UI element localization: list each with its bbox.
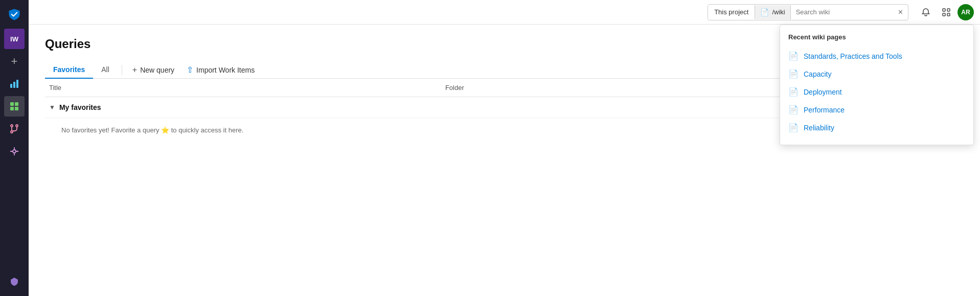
doc-icon-4: 📄 <box>788 123 799 132</box>
sidebar-item-repos[interactable] <box>4 119 25 139</box>
topbar-icons: AR <box>917 3 974 21</box>
app-logo[interactable] <box>4 4 25 25</box>
svg-rect-3 <box>10 102 14 106</box>
sidebar-item-pipelines[interactable] <box>4 141 25 162</box>
wiki-item-3[interactable]: 📄 Performance <box>780 101 973 119</box>
doc-icon-3: 📄 <box>788 105 799 115</box>
user-avatar[interactable]: AR <box>958 4 974 20</box>
doc-icon-0: 📄 <box>788 51 799 61</box>
tab-divider <box>122 65 122 75</box>
search-container: This project 📄 /wiki × <box>708 4 908 20</box>
settings-button[interactable] <box>937 3 955 21</box>
wiki-item-label-3: Performance <box>804 106 845 114</box>
doc-icon-1: 📄 <box>788 69 799 79</box>
svg-rect-13 <box>943 13 945 16</box>
import-work-items-button[interactable]: ⇧ Import Work Items <box>180 62 261 78</box>
svg-rect-14 <box>947 13 950 16</box>
sidebar-item-artifacts[interactable] <box>4 271 25 292</box>
tab-all[interactable]: All <box>93 61 118 79</box>
sidebar-item-overview[interactable] <box>4 74 25 94</box>
star-icon: ⭐ <box>161 126 169 134</box>
svg-rect-1 <box>13 82 15 88</box>
svg-rect-11 <box>943 9 945 11</box>
wiki-item-1[interactable]: 📄 Capacity <box>780 65 973 83</box>
sidebar: IW + <box>0 0 29 296</box>
import-label: Import Work Items <box>196 66 255 74</box>
topbar: This project 📄 /wiki × <box>29 0 980 25</box>
svg-rect-12 <box>947 9 950 11</box>
wiki-badge-label: /wiki <box>772 8 785 16</box>
svg-rect-4 <box>15 102 18 106</box>
wiki-item-4[interactable]: 📄 Reliability <box>780 119 973 136</box>
new-query-label: New query <box>140 66 174 74</box>
wiki-item-label-2: Deployment <box>804 88 842 96</box>
empty-state-suffix: to quickly access it here. <box>169 126 243 134</box>
sidebar-item-boards[interactable] <box>4 96 25 117</box>
svg-point-8 <box>11 131 13 133</box>
sidebar-item-iw[interactable]: IW <box>4 29 25 49</box>
svg-point-10 <box>13 150 16 153</box>
search-wiki-badge: 📄 /wiki <box>755 5 790 19</box>
svg-rect-2 <box>16 80 18 88</box>
wiki-item-label-1: Capacity <box>804 70 831 78</box>
tab-favorites[interactable]: Favorites <box>45 61 93 79</box>
doc-icon-2: 📄 <box>788 87 799 97</box>
empty-state-message: No favorites yet! Favorite a query <box>61 126 161 134</box>
my-favorites-label: My favorites <box>59 103 101 111</box>
main-area: This project 📄 /wiki × <box>29 0 980 296</box>
sidebar-item-add[interactable]: + <box>4 51 25 72</box>
col-title: Title <box>45 79 441 97</box>
wiki-dropdown: Recent wiki pages 📄 Standards, Practices… <box>780 25 974 145</box>
chevron-down-icon: ▼ <box>49 104 55 111</box>
svg-rect-6 <box>15 107 18 110</box>
search-close-button[interactable]: × <box>893 5 908 20</box>
svg-rect-5 <box>10 107 14 110</box>
wiki-item-0[interactable]: 📄 Standards, Practices and Tools <box>780 47 973 65</box>
wiki-item-label-0: Standards, Practices and Tools <box>804 52 902 60</box>
wiki-icon: 📄 <box>760 8 769 16</box>
wiki-dropdown-title: Recent wiki pages <box>780 33 973 47</box>
svg-point-7 <box>11 125 13 127</box>
search-scope[interactable]: This project <box>708 5 755 19</box>
svg-point-9 <box>16 125 18 127</box>
plus-icon: + <box>132 65 137 75</box>
import-icon: ⇧ <box>187 65 193 75</box>
wiki-item-label-4: Reliability <box>804 124 834 132</box>
search-input[interactable] <box>791 5 893 19</box>
wiki-item-2[interactable]: 📄 Deployment <box>780 83 973 101</box>
svg-rect-0 <box>10 84 12 88</box>
notifications-button[interactable] <box>917 3 935 21</box>
new-query-button[interactable]: + New query <box>126 62 180 78</box>
